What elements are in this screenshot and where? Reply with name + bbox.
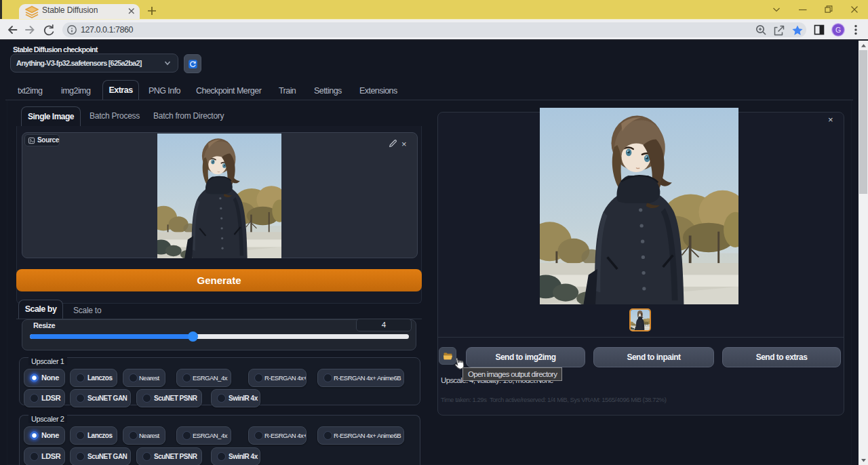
svg-text:G: G xyxy=(835,26,841,34)
